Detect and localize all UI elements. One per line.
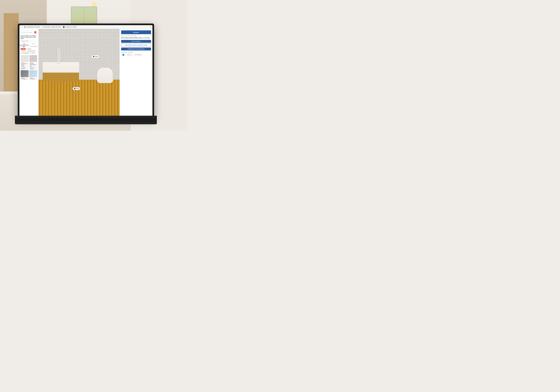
filter-chips: Aspect ▾ Couleur ▾ Formats ▾ Type de p — [20, 48, 39, 54]
chevron-down-icon: ▾ — [28, 40, 29, 42]
chevron-icon: ▾ — [24, 48, 25, 50]
center-viewport: MURS SOLS — [39, 29, 120, 116]
share-row: f ✉ Email ⬇ Télécharger — [121, 53, 151, 56]
delete-product-button[interactable]: 🗑 SUPPRIMER LE PRODUIT — [24, 26, 40, 28]
change-direction-button[interactable]: ↻ MODIFIER LE SENS DE POSE — [43, 26, 61, 28]
menu-button[interactable]: ≡ — [150, 26, 151, 28]
left-panel: Recherche de produits 🔍 SÉLECTIONNEZ UN … — [20, 29, 39, 116]
product-card-1[interactable]: ♡ Point.P Grès cérame La Faenza Cottofor… — [20, 55, 29, 70]
favorite-icon-1[interactable]: ♡ — [27, 56, 28, 57]
product-thumb-3: ♡ — [21, 70, 29, 77]
laptop-screen: × 🗑 SUPPRIMER LE PRODUIT ↻ MODIFIER LE S… — [20, 25, 152, 116]
scene: MURS SOLS — [39, 29, 120, 116]
product-info-2: Point.P Carrelage sol/mur intérieur grès… — [30, 62, 37, 70]
select-title: SÉLECTIONNEZ UN PRODUIT POUR LE VOIR DAN… — [20, 34, 39, 40]
tab-all[interactable]: Tout — [20, 43, 29, 45]
sols-dot — [74, 88, 76, 90]
choose-dropdown[interactable]: Choisir Sols ▾ — [20, 40, 37, 42]
scene-vanity-wood — [43, 73, 79, 81]
logo-text: Aubade — [133, 32, 139, 33]
sols-button[interactable]: SOLS — [73, 87, 80, 90]
chevron-icon: ▾ — [29, 52, 29, 54]
laptop-frame: × 🗑 SUPPRIMER LE PRODUIT ↻ MODIFIER LE S… — [18, 23, 154, 118]
product-info-1: Point.P Grès cérame La Faenza Cottofor..… — [21, 62, 29, 70]
facebook-share-button[interactable]: f — [121, 53, 126, 56]
all-filters-button[interactable]: ⚙ Tous les filtres — [30, 46, 37, 47]
favorite-icon-3[interactable]: ♡ — [27, 71, 28, 72]
chevron-icon: ▾ — [25, 50, 26, 51]
laptop-base — [15, 116, 157, 124]
search-placeholder: Recherche de produits — [21, 32, 32, 33]
scene-floor — [39, 80, 120, 116]
rdv-button[interactable]: PRENDRE RDV EN SHOWROOM — [121, 48, 151, 50]
filter-badge: 1 — [23, 46, 25, 47]
product-card-2[interactable]: ♡ Point.P Carrelage sol/mur intérieur gr… — [29, 55, 38, 70]
product-name-4: Carrelage sol... — [30, 78, 37, 80]
search-bar[interactable]: Recherche de produits 🔍 — [20, 31, 37, 34]
tab-favorites[interactable]: Favoris — [29, 43, 39, 45]
chip-forme[interactable]: Forme ▾ — [30, 52, 36, 54]
chevron-icon: ▾ — [31, 48, 31, 50]
favorite-icon-4[interactable]: ♡ — [36, 71, 37, 72]
product-thumb-2: ♡ — [30, 55, 37, 62]
product-info-3: Point.P Carrelage sol... — [21, 77, 29, 80]
scene-mirror — [56, 47, 61, 64]
product-grid: ♡ Point.P Grès cérame La Faenza Cottofor… — [20, 54, 39, 81]
toolbar: × 🗑 SUPPRIMER LE PRODUIT ↻ MODIFIER LE S… — [20, 25, 152, 29]
search-button[interactable]: 🔍 — [34, 31, 36, 33]
ceiling-light — [91, 3, 97, 7]
product-link-2[interactable]: Voir la fiche produit 🛈 — [30, 67, 37, 69]
chevron-icon: ▾ — [35, 50, 35, 51]
product-name-3: Carrelage sol... — [21, 78, 28, 80]
product-info-4: Point.P Carrelage sol... — [30, 77, 37, 80]
email-label: Email — [129, 54, 131, 55]
choose-label: Choisir — [21, 40, 25, 42]
filter-label: Filtre — [20, 46, 23, 47]
product-card-3[interactable]: ♡ Point.P Carrelage sol... — [20, 70, 29, 80]
product-name-1: Grès cérame La Faenza Cottofor... — [21, 63, 28, 67]
app-ui: × 🗑 SUPPRIMER LE PRODUIT ↻ MODIFIER LE S… — [20, 25, 152, 116]
trash-icon: 🗑 — [24, 26, 26, 28]
product-link-1[interactable]: Voir la fiche produit 🛈 — [21, 67, 28, 69]
murs-button[interactable]: MURS — [92, 55, 100, 58]
change-room-button[interactable]: ⬛ CHANGER LA PIÈCE — [63, 26, 77, 28]
murs-dot — [93, 56, 95, 58]
tabs-row: Tout Favoris — [20, 43, 39, 45]
product-thumb-4: ♡ — [30, 70, 37, 77]
chip-type-produit[interactable]: Type de produit ▾ — [27, 50, 36, 52]
download-label: Télécharger — [136, 54, 141, 55]
choose-option: Sols — [25, 40, 28, 42]
download-icon: ⬇ — [135, 54, 136, 56]
email-icon: ✉ — [128, 54, 129, 56]
product-card-4[interactable]: ♡ Point.P Carrelage sol... — [29, 70, 38, 80]
right-panel: Aubade Vous êtes en train de visualiser:… — [120, 29, 152, 116]
filter-icon: ⚙ — [30, 46, 31, 47]
chip-formats[interactable]: Formats ▾ — [20, 50, 27, 52]
show-selections-button[interactable]: AFFICHER TOUTES LES SÉLECTIONS — [121, 44, 151, 47]
view-detail-button[interactable]: VOIR LE DÉTAIL — [121, 40, 151, 43]
download-button[interactable]: ⬇ Télécharger — [133, 54, 142, 56]
murs-label: MURS — [95, 56, 98, 57]
laptop: × 🗑 SUPPRIMER LE PRODUIT ↻ MODIFIER LE S… — [15, 23, 157, 131]
preview-text: Vous êtes en train de visualiser: — [121, 35, 151, 37]
refresh-icon: ↻ — [43, 26, 44, 28]
chip-couleur[interactable]: Couleur ▾ — [26, 48, 32, 50]
product-thumb-1: ♡ — [21, 55, 29, 62]
close-button[interactable]: × — [20, 26, 21, 28]
aubade-logo: Aubade — [121, 30, 151, 34]
chip-aspect[interactable]: Aspect ▾ — [20, 48, 26, 50]
sols-label: SOLS — [76, 88, 79, 89]
product-name-2: Carrelage sol/mur intérieur grès... — [30, 63, 37, 67]
right-panel-product-title: Grès cérame Gardenia Make corda 5 x 1 cm… — [121, 37, 151, 39]
filter-row: Filtre 1 ⚙ Tous les filtres — [20, 45, 39, 48]
email-share-button[interactable]: ✉ Email — [126, 53, 133, 56]
facebook-icon: f — [122, 54, 124, 56]
chip-zone[interactable]: Zone d'utilisation ▾ — [20, 52, 30, 54]
room-icon: ⬛ — [63, 26, 65, 28]
favorite-icon-2[interactable]: ♡ — [36, 56, 37, 57]
scene-bathtub — [97, 67, 113, 83]
save-share-label: Sauvegarder et partager — [121, 51, 151, 53]
chevron-icon: ▾ — [34, 52, 35, 54]
